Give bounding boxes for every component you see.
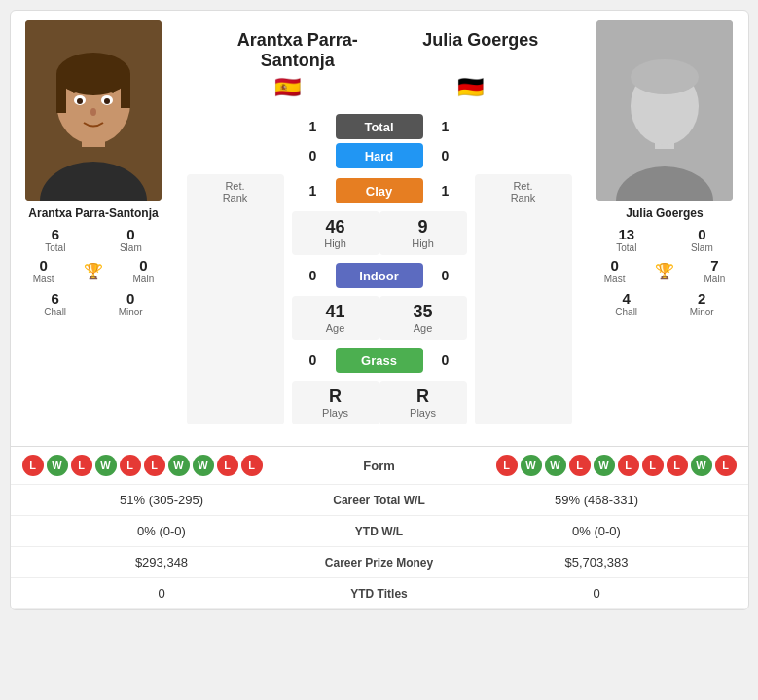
career-left-0: 51% (305-295)	[22, 493, 302, 507]
main-card: Arantxa Parra-Santonja 6 Total 0 Slam 0 …	[10, 10, 749, 610]
right-stats-row-1: 13 Total 0 Slam	[590, 226, 740, 253]
svg-point-4	[56, 53, 130, 95]
indoor-row: 0 Indoor 0	[292, 263, 467, 288]
form-badge: W	[691, 455, 712, 476]
left-total-value: 6	[52, 226, 59, 242]
right-slam-value: 0	[698, 226, 705, 242]
left-age-value: 41	[325, 302, 344, 322]
right-rank-label: Rank	[511, 192, 536, 203]
left-rank-ret-label: Ret.	[225, 180, 244, 192]
left-stats-row-2: 6 Chall 0 Minor	[18, 290, 169, 317]
right-trophy-icon: 🏆	[655, 262, 674, 280]
total-row: 1 Total 1	[187, 114, 572, 139]
career-center-1: YTD W/L	[302, 525, 457, 538]
left-player-photo	[25, 20, 162, 201]
right-rank-ret-label: Ret.	[513, 180, 532, 192]
left-age-box: 41 Age	[292, 296, 379, 340]
right-trophy-row: 0 Mast 🏆 7 Main	[590, 257, 740, 284]
career-row: 51% (305-295) Career Total W/L 59% (468-…	[11, 485, 748, 516]
right-name-header: Julia Goerges	[422, 30, 538, 71]
career-left-1: 0% (0-0)	[22, 524, 302, 538]
form-badge: W	[521, 455, 542, 476]
player-names-header: Arantxa Parra-Santonja Julia Goerges	[177, 20, 582, 71]
left-main-cell: 0 Main	[133, 257, 155, 284]
right-plays-label: Plays	[410, 407, 436, 419]
hard-left-score: 0	[299, 148, 328, 164]
form-badge: L	[667, 455, 688, 476]
form-badge: W	[47, 455, 68, 476]
left-stats-row-1: 6 Total 0 Slam	[18, 226, 169, 253]
right-slam-label: Slam	[691, 242, 713, 253]
form-badge: L	[120, 455, 141, 476]
form-badge: L	[496, 455, 518, 476]
left-player-name: Arantxa Parra-Santonja	[28, 206, 158, 220]
left-chall-cell: 6 Chall	[44, 290, 66, 317]
right-mast-label: Mast	[604, 274, 626, 284]
total-left-score: 1	[299, 119, 328, 134]
right-total-value: 13	[618, 226, 634, 242]
career-right-2: $5,703,383	[457, 555, 737, 570]
indoor-left-score: 0	[299, 268, 328, 283]
form-badge: W	[193, 455, 214, 476]
grass-row: 0 Grass 0	[292, 348, 467, 373]
right-total-label: Total	[616, 242, 636, 253]
right-mast-value: 0	[610, 257, 618, 274]
left-high-label: High	[324, 238, 346, 249]
left-minor-label: Minor	[119, 307, 143, 317]
left-flag: 🇪🇸	[274, 75, 301, 100]
clay-left-score: 1	[299, 183, 328, 199]
form-badge: L	[241, 455, 263, 476]
indoor-badge: Indoor	[336, 263, 423, 288]
right-age-label: Age	[414, 322, 433, 334]
left-trophy-icon: 🏆	[84, 262, 103, 280]
form-badge: L	[642, 455, 664, 476]
career-center-3: YTD Titles	[302, 587, 457, 601]
career-row: 0% (0-0) YTD W/L 0% (0-0)	[11, 516, 748, 547]
total-badge: Total	[336, 114, 423, 139]
left-plays-box: R Plays	[292, 381, 379, 424]
form-badge: L	[71, 455, 92, 476]
career-right-1: 0% (0-0)	[457, 524, 737, 538]
left-high-value: 46	[325, 217, 344, 238]
form-badge: L	[569, 455, 591, 476]
right-player-name: Julia Goerges	[626, 206, 703, 220]
left-rank-box: Ret. Rank	[187, 174, 284, 424]
career-row: 0 YTD Titles 0	[11, 578, 748, 609]
right-player-photo	[596, 20, 733, 201]
right-main-label: Main	[704, 274, 726, 284]
clay-row: 1 Clay 1	[292, 178, 467, 203]
svg-rect-6	[121, 74, 130, 108]
clay-badge: Clay	[336, 178, 423, 203]
right-stats-row-2: 4 Chall 2 Minor	[590, 290, 740, 317]
right-chall-value: 4	[623, 290, 631, 307]
svg-point-16	[631, 59, 699, 94]
left-chall-value: 6	[52, 290, 59, 307]
right-high-box: 9 High	[379, 211, 467, 255]
career-right-0: 59% (468-331)	[457, 493, 737, 507]
form-badge: L	[22, 455, 44, 476]
career-left-3: 0	[22, 586, 302, 601]
right-player-panel: Julia Goerges 13 Total 0 Slam 0 Mast 🏆	[582, 20, 748, 436]
left-name-header: Arantxa Parra-Santonja	[220, 30, 376, 71]
svg-point-11	[90, 108, 96, 116]
hard-right-score: 0	[431, 148, 460, 164]
left-plays-label: Plays	[322, 407, 348, 419]
form-badge: W	[168, 455, 190, 476]
clay-right-score: 1	[431, 183, 460, 199]
top-section: Arantxa Parra-Santonja 6 Total 0 Slam 0 …	[11, 11, 748, 446]
form-badge: L	[217, 455, 238, 476]
form-badge: L	[618, 455, 639, 476]
svg-rect-5	[56, 74, 66, 113]
hard-badge: Hard	[336, 143, 423, 168]
left-slam-cell: 0 Slam	[120, 226, 142, 253]
left-player-panel: Arantxa Parra-Santonja 6 Total 0 Slam 0 …	[11, 20, 177, 436]
right-age-value: 35	[413, 302, 432, 322]
grass-right-score: 0	[431, 352, 460, 368]
left-rank-label: Rank	[223, 192, 248, 203]
left-form-badges: LWLWLLWWLL	[22, 455, 341, 476]
total-right-score: 1	[431, 119, 460, 134]
form-badge: L	[144, 455, 165, 476]
left-total-label: Total	[45, 242, 65, 253]
right-mast-cell: 0 Mast	[604, 257, 626, 284]
right-plays-value: R	[416, 387, 429, 407]
